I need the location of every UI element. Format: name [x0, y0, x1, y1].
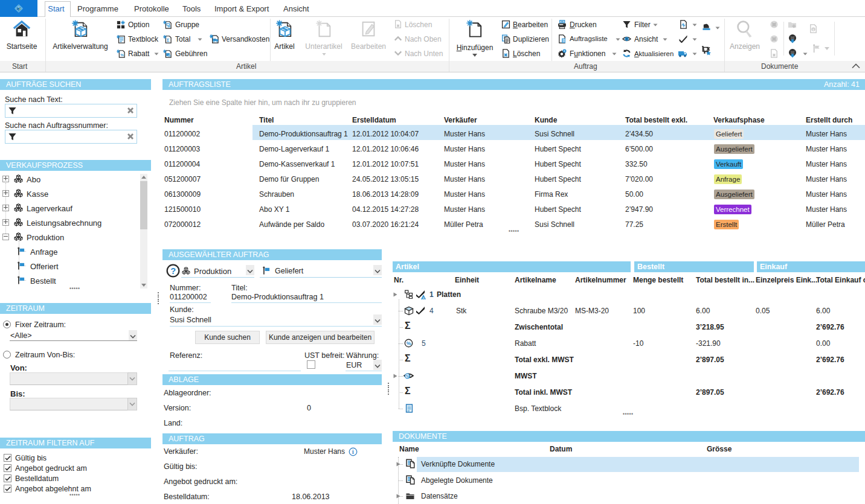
svg-text:A: A	[422, 296, 425, 299]
